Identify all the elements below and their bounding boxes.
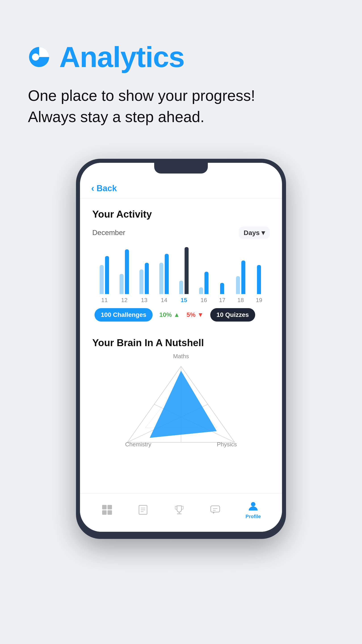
profile-nav-label: Profile — [246, 514, 261, 520]
svg-rect-19 — [211, 506, 220, 512]
phone-screen: ‹ Back Your Activity December Days ▾ — [80, 163, 282, 532]
bar-dark — [241, 260, 245, 294]
svg-rect-10 — [107, 505, 112, 510]
bar-dark — [125, 249, 129, 294]
bar-light — [159, 263, 163, 294]
svg-rect-11 — [102, 510, 107, 515]
analytics-icon — [28, 46, 50, 68]
quizzes-badge: 10 Quizzes — [210, 308, 255, 322]
bar-selected — [185, 247, 189, 294]
phone-notch — [154, 163, 208, 174]
nav-home[interactable] — [101, 504, 113, 516]
profile-icon — [247, 500, 259, 512]
svg-point-1 — [32, 54, 39, 60]
stats-row: 100 Challenges 10% ▲ 5% ▼ 10 Quizzes — [92, 308, 270, 322]
book-icon — [137, 504, 149, 516]
bottom-nav: Profile — [80, 493, 282, 532]
bar-light — [100, 265, 104, 294]
bar-day-11: 11 — [100, 245, 109, 304]
bar-label: 19 — [256, 297, 262, 304]
bar-dark — [204, 272, 209, 294]
maths-label: Maths — [173, 353, 189, 360]
bar-label: 12 — [121, 297, 128, 304]
arrow-down-icon: ▼ — [197, 311, 204, 318]
bar-label: 13 — [141, 297, 147, 304]
back-button[interactable]: ‹ Back — [80, 176, 282, 198]
chemistry-label: Chemistry — [125, 441, 151, 448]
bar-dark — [145, 263, 149, 294]
brain-title: Your Brain In A Nutshell — [92, 337, 270, 348]
challenges-badge: 100 Challenges — [94, 308, 153, 322]
nav-book[interactable] — [137, 504, 149, 516]
percent-down: 5% ▼ — [187, 311, 204, 318]
bar-light — [236, 276, 240, 294]
bar-day-16: 16 — [199, 245, 209, 304]
month-label: December — [92, 228, 125, 237]
bar-day-17: 17 — [219, 245, 225, 304]
back-chevron-icon: ‹ — [91, 183, 94, 194]
bar-day-15: 15 — [179, 245, 189, 304]
nav-trophy[interactable] — [173, 504, 185, 516]
days-dropdown[interactable]: Days ▾ — [239, 226, 270, 239]
bar-day-13: 13 — [139, 245, 149, 304]
bar-day-18: 18 — [236, 245, 245, 304]
bar-label-active: 15 — [181, 297, 187, 304]
bar-light — [179, 281, 183, 294]
svg-rect-9 — [102, 505, 107, 510]
bar-label: 16 — [201, 297, 207, 304]
chat-icon — [209, 504, 221, 516]
brain-chart: Maths Chemis — [121, 355, 241, 444]
svg-rect-12 — [107, 510, 112, 515]
bar-dark — [220, 283, 224, 294]
brain-section: Your Brain In A Nutshell Maths — [80, 328, 282, 451]
svg-point-22 — [251, 502, 255, 506]
activity-header: December Days ▾ — [92, 226, 270, 239]
bar-dark — [105, 256, 109, 294]
percent-up: 10% ▲ — [159, 311, 180, 318]
dropdown-chevron-icon: ▾ — [261, 229, 265, 236]
physics-label: Physics — [217, 441, 237, 448]
bar-light — [120, 274, 124, 294]
header-subtitle: One place to show your progress! Always … — [28, 85, 334, 128]
svg-marker-8 — [150, 371, 217, 438]
bar-light — [199, 287, 203, 294]
header-section: Analytics One place to show your progres… — [0, 0, 362, 141]
bar-label: 18 — [237, 297, 244, 304]
nav-chat[interactable] — [209, 504, 221, 516]
phone-wrapper: ‹ Back Your Activity December Days ▾ — [0, 159, 362, 539]
bar-label: 14 — [161, 297, 167, 304]
activity-title: Your Activity — [92, 209, 270, 220]
bar-day-12: 12 — [120, 245, 129, 304]
bar-day-14: 14 — [159, 245, 169, 304]
bar-label: 17 — [219, 297, 225, 304]
bar-dark — [257, 265, 261, 294]
bar-day-19: 19 — [256, 245, 262, 304]
bar-light — [139, 270, 143, 294]
activity-section: Your Activity December Days ▾ — [80, 198, 282, 328]
nav-profile[interactable]: Profile — [246, 500, 261, 520]
phone-device: ‹ Back Your Activity December Days ▾ — [76, 159, 286, 539]
title-row: Analytics — [28, 40, 334, 74]
activity-bar-chart: 11 12 — [92, 246, 270, 304]
bar-dark — [165, 254, 169, 294]
page-title: Analytics — [59, 40, 184, 74]
trophy-icon — [173, 504, 185, 516]
grid-icon — [101, 504, 113, 516]
arrow-up-icon: ▲ — [174, 311, 180, 318]
bar-label: 11 — [101, 297, 108, 304]
